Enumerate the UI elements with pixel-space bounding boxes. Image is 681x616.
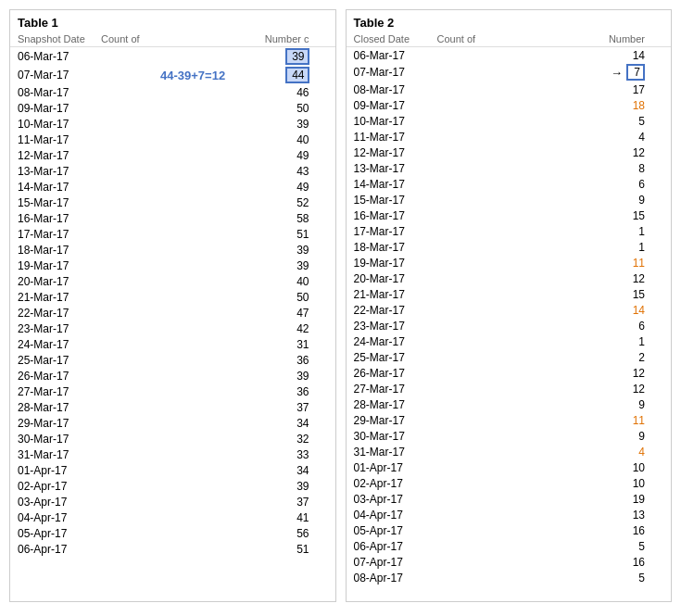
table-row[interactable]: 05-Apr-1756 — [10, 525, 335, 541]
cell-date: 17-Mar-17 — [18, 228, 101, 241]
table-row[interactable]: 07-Mar-17→7 — [347, 63, 672, 82]
highlighted-number: 7 — [626, 64, 645, 81]
table-row[interactable]: 15-Mar-1752 — [10, 195, 335, 210]
table2-panel: Table 2 Closed Date Count of Number 06-M… — [346, 9, 673, 602]
cell-number: 2 — [493, 351, 664, 364]
table-row[interactable]: 08-Mar-1717 — [347, 82, 672, 97]
table-row[interactable]: 22-Mar-1714 — [347, 302, 672, 318]
table-row[interactable]: 21-Mar-1750 — [10, 289, 335, 305]
table-row[interactable]: 18-Mar-171 — [347, 239, 672, 255]
table-row[interactable]: 11-Mar-1740 — [10, 132, 335, 147]
cell-number: 13 — [493, 509, 664, 522]
table-row[interactable]: 28-Mar-179 — [347, 396, 672, 412]
table-row[interactable]: 16-Mar-1758 — [10, 210, 335, 226]
table-row[interactable]: 08-Mar-1746 — [10, 84, 335, 100]
table-row[interactable]: 20-Mar-1740 — [10, 273, 335, 289]
table-row[interactable]: 23-Mar-176 — [347, 318, 672, 333]
table-row[interactable]: 29-Mar-1711 — [347, 412, 672, 428]
cell-date: 22-Mar-17 — [354, 304, 437, 317]
cell-date: 16-Mar-17 — [354, 209, 437, 222]
table-row[interactable]: 18-Mar-1739 — [10, 242, 335, 258]
table-row[interactable]: 10-Mar-1739 — [10, 116, 335, 132]
table-row[interactable]: 15-Mar-179 — [347, 192, 672, 207]
table-row[interactable]: 01-Apr-1734 — [10, 462, 335, 478]
cell-number: 39 — [157, 370, 328, 383]
table-row[interactable]: 02-Apr-1739 — [10, 478, 335, 494]
table1-header: Snapshot Date Count of Number c — [10, 31, 335, 47]
table-row[interactable]: 23-Mar-1742 — [10, 321, 335, 336]
table-row[interactable]: 24-Mar-171 — [347, 333, 672, 349]
table-row[interactable]: 14-Mar-1749 — [10, 179, 335, 195]
table-row[interactable]: 26-Mar-1712 — [347, 365, 672, 381]
table-row[interactable]: 14-Mar-176 — [347, 176, 672, 192]
table-row[interactable]: 09-Mar-1750 — [10, 100, 335, 116]
cell-number: 4 — [493, 446, 664, 459]
cell-date: 19-Mar-17 — [18, 259, 101, 272]
cell-number: 37 — [157, 496, 328, 509]
table-row[interactable]: 29-Mar-1734 — [10, 415, 335, 431]
table-row[interactable]: 06-Apr-175 — [347, 538, 672, 554]
cell-number: 34 — [157, 464, 328, 477]
table-row[interactable]: 12-Mar-1749 — [10, 147, 335, 163]
table-row[interactable]: 06-Mar-1739 — [10, 47, 335, 66]
table-row[interactable]: 09-Mar-1718 — [347, 97, 672, 113]
cell-date: 09-Mar-17 — [18, 102, 101, 115]
table-row[interactable]: 25-Mar-1736 — [10, 352, 335, 368]
cell-number: 12 — [493, 272, 664, 285]
cell-number: 40 — [157, 275, 328, 288]
table-row[interactable]: 25-Mar-172 — [347, 349, 672, 365]
table-row[interactable]: 03-Apr-1719 — [347, 491, 672, 507]
table-row[interactable]: 19-Mar-1739 — [10, 258, 335, 273]
table-row[interactable]: 12-Mar-1712 — [347, 145, 672, 160]
table-row[interactable]: 17-Mar-171 — [347, 223, 672, 239]
table2-title: Table 2 — [347, 10, 672, 31]
table-row[interactable]: 28-Mar-1737 — [10, 399, 335, 415]
cell-date: 08-Apr-17 — [354, 572, 437, 585]
table-row[interactable]: 21-Mar-1715 — [347, 286, 672, 302]
table-row[interactable]: 02-Apr-1710 — [347, 475, 672, 491]
cell-date: 06-Mar-17 — [18, 50, 101, 63]
table-row[interactable]: 27-Mar-1736 — [10, 383, 335, 399]
table-row[interactable]: 08-Apr-175 — [347, 570, 672, 585]
cell-number: 12 — [493, 383, 664, 396]
table1-col-number: Number c — [157, 33, 328, 44]
table-row[interactable]: 04-Apr-1713 — [347, 507, 672, 522]
table2-body[interactable]: 06-Mar-171407-Mar-17→708-Mar-171709-Mar-… — [347, 47, 672, 601]
table-row[interactable]: 19-Mar-1711 — [347, 255, 672, 270]
cell-number: 56 — [157, 527, 328, 540]
table-row[interactable]: 10-Mar-175 — [347, 113, 672, 129]
table-row[interactable]: 07-Apr-1716 — [347, 554, 672, 570]
table-row[interactable]: 13-Mar-1743 — [10, 163, 335, 179]
cell-number: 14 — [493, 304, 664, 317]
table-row[interactable]: 16-Mar-1715 — [347, 207, 672, 223]
cell-date: 11-Mar-17 — [18, 133, 101, 146]
table-row[interactable]: 01-Apr-1710 — [347, 459, 672, 475]
cell-number: 39 — [157, 259, 328, 272]
table-row[interactable]: 05-Apr-1716 — [347, 522, 672, 538]
table-row[interactable]: 07-Mar-1744-39+7=1244 — [10, 66, 335, 84]
table-row[interactable]: 13-Mar-178 — [347, 160, 672, 176]
table-row[interactable]: 27-Mar-1712 — [347, 381, 672, 396]
table-row[interactable]: 30-Mar-179 — [347, 428, 672, 444]
table-row[interactable]: 03-Apr-1737 — [10, 494, 335, 509]
table-row[interactable]: 06-Mar-1714 — [347, 47, 672, 63]
cell-number: 10 — [493, 461, 664, 474]
table-row[interactable]: 22-Mar-1747 — [10, 305, 335, 321]
table-row[interactable]: 17-Mar-1751 — [10, 226, 335, 242]
cell-date: 04-Apr-17 — [354, 509, 437, 522]
table1-body[interactable]: 06-Mar-173907-Mar-1744-39+7=124408-Mar-1… — [10, 47, 335, 601]
table-row[interactable]: 06-Apr-1751 — [10, 541, 335, 557]
table-row[interactable]: 04-Apr-1741 — [10, 509, 335, 525]
cell-date: 07-Apr-17 — [354, 556, 437, 569]
table-row[interactable]: 11-Mar-174 — [347, 129, 672, 145]
table-row[interactable]: 26-Mar-1739 — [10, 368, 335, 383]
table-row[interactable]: 20-Mar-1712 — [347, 270, 672, 286]
cell-date: 13-Mar-17 — [354, 162, 437, 175]
cell-number: 12 — [493, 367, 664, 380]
annotation-label: 44-39+7=12 — [160, 69, 225, 82]
table-row[interactable]: 24-Mar-1731 — [10, 336, 335, 352]
cell-number: 14 — [493, 49, 664, 62]
table-row[interactable]: 30-Mar-1732 — [10, 431, 335, 446]
table-row[interactable]: 31-Mar-174 — [347, 444, 672, 459]
table-row[interactable]: 31-Mar-1733 — [10, 446, 335, 462]
